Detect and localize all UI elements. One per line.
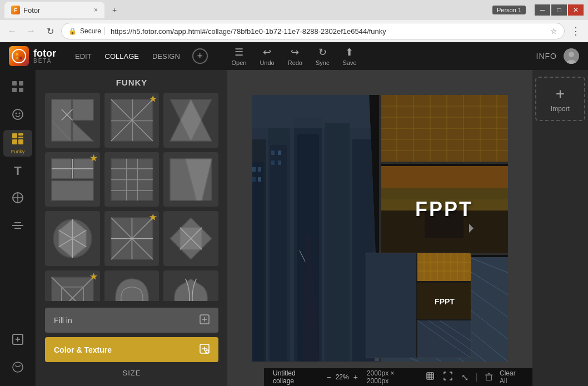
template-item-11[interactable] <box>104 270 160 301</box>
svg-rect-8 <box>12 81 17 86</box>
url-text: https://h5.fotor.com/app.html#/collage/7… <box>111 27 547 36</box>
svg-point-0 <box>12 49 26 63</box>
browser-tab[interactable]: F Fotor × <box>4 2 104 18</box>
logo-icon <box>9 46 29 66</box>
sidebar-item-background[interactable] <box>3 186 32 212</box>
canvas-scroll-right[interactable] <box>466 212 477 245</box>
svg-rect-9 <box>19 81 23 86</box>
funky-label: Funky <box>11 149 25 154</box>
bookmark-icon[interactable]: ☆ <box>550 27 557 36</box>
collage-title: Untitled collage <box>273 369 317 385</box>
sidebar-item-layers[interactable] <box>3 355 32 382</box>
new-tab-button[interactable]: + <box>107 2 122 18</box>
reload-button[interactable]: ↻ <box>42 23 58 39</box>
fill-in-icon <box>200 314 210 326</box>
nav-design[interactable]: DESIGN <box>147 49 186 64</box>
nav-collage[interactable]: COLLAGE <box>99 49 144 64</box>
template-item-5[interactable] <box>104 152 160 207</box>
back-button[interactable]: ← <box>4 23 20 39</box>
address-bar[interactable]: 🔒 Secure https://h5.fotor.com/app.html#/… <box>61 23 565 39</box>
canvas-area[interactable]: FPPT <box>228 70 532 386</box>
fit-screen-icon[interactable] <box>426 372 435 383</box>
sidebar-icons: Funky T <box>0 70 36 386</box>
redo-icon: ↪ <box>291 46 299 58</box>
logo-area: fotor BETA <box>9 46 56 66</box>
tab-bar: F Fotor × + Person 1 ─ □ ✕ <box>0 0 588 20</box>
save-icon: ⬆ <box>345 46 353 58</box>
svg-rect-87 <box>258 177 261 182</box>
svg-rect-84 <box>252 167 256 172</box>
sidebar-item-effects[interactable] <box>3 213 32 240</box>
window-controls: ─ □ ✕ <box>535 4 584 16</box>
zoom-value: 22% <box>336 373 349 381</box>
svg-rect-3 <box>16 57 18 59</box>
zoom-controls: − 22% + <box>326 373 357 382</box>
template-item-12[interactable] <box>163 270 218 301</box>
svg-rect-15 <box>12 133 17 138</box>
template-item-2[interactable] <box>104 93 160 148</box>
template-item-10[interactable] <box>45 270 100 301</box>
svg-rect-90 <box>271 161 275 165</box>
color-texture-button[interactable]: Color & Texture <box>45 337 218 362</box>
trash-icon <box>485 373 493 382</box>
open-icon: ☰ <box>235 46 243 58</box>
sticker-icon <box>12 108 24 123</box>
svg-rect-110 <box>380 95 508 162</box>
logo-beta: BETA <box>33 58 56 64</box>
import-plus-icon: + <box>556 85 565 103</box>
svg-rect-150 <box>427 373 433 379</box>
browser-menu-button[interactable]: ⋮ <box>568 23 584 39</box>
template-item-4[interactable] <box>45 152 100 207</box>
template-item-9[interactable] <box>163 211 218 266</box>
expand-icon[interactable]: ⤡ <box>461 372 469 383</box>
sidebar-item-layout[interactable] <box>3 74 32 101</box>
avatar-button[interactable] <box>564 48 579 64</box>
info-button[interactable]: INFO <box>536 52 557 61</box>
sidebar-item-sticker[interactable] <box>3 102 32 129</box>
svg-point-29 <box>13 362 23 372</box>
svg-rect-95 <box>325 123 350 362</box>
template-item-6[interactable] <box>163 152 218 207</box>
sync-action[interactable]: ↻ Sync <box>316 46 329 66</box>
maximize-button[interactable]: □ <box>551 4 567 16</box>
svg-rect-88 <box>271 151 275 155</box>
save-action[interactable]: ⬆ Save <box>342 46 356 66</box>
toolbar-right: INFO <box>536 48 579 64</box>
status-right: ⤡ | Clear All <box>461 369 524 385</box>
import-button[interactable]: + Import <box>535 77 585 121</box>
sidebar-item-text[interactable]: T <box>3 158 32 184</box>
template-item-1[interactable] <box>45 93 100 148</box>
close-button[interactable]: ✕ <box>568 4 584 16</box>
clear-all-button[interactable]: Clear All <box>500 369 524 385</box>
fullscreen-icon[interactable] <box>444 372 452 383</box>
template-item-8[interactable] <box>104 211 160 266</box>
redo-action[interactable]: ↪ Redo <box>288 46 302 66</box>
toolbar-nav: EDIT COLLAGE DESIGN + <box>69 48 208 64</box>
background-icon <box>12 192 24 207</box>
right-panel: + Import <box>532 70 588 386</box>
undo-label: Undo <box>260 59 274 66</box>
fill-in-button[interactable]: Fill in <box>45 308 218 333</box>
svg-rect-81 <box>270 145 287 362</box>
forward-button[interactable]: → <box>23 23 39 39</box>
person-badge: Person 1 <box>492 6 526 14</box>
svg-rect-1 <box>16 53 18 56</box>
zoom-out-button[interactable]: − <box>326 373 331 382</box>
sidebar-item-funky[interactable]: Funky <box>3 130 32 157</box>
template-item-7[interactable] <box>45 211 100 266</box>
tab-close-button[interactable]: × <box>94 6 98 14</box>
color-texture-icon <box>200 344 210 355</box>
sidebar-item-edit2[interactable] <box>3 327 32 354</box>
nav-edit[interactable]: EDIT <box>69 49 97 64</box>
open-action[interactable]: ☰ Open <box>231 46 246 66</box>
canvas-dimensions: 2000px × 2000px <box>367 369 417 385</box>
svg-marker-149 <box>469 224 474 233</box>
template-item-3[interactable] <box>163 93 218 148</box>
layers-icon <box>12 361 24 376</box>
secure-label: Secure <box>80 27 105 35</box>
svg-point-12 <box>13 109 23 119</box>
zoom-in-button[interactable]: + <box>353 373 358 382</box>
undo-action[interactable]: ↩ Undo <box>260 46 274 66</box>
add-button[interactable]: + <box>192 48 208 64</box>
minimize-button[interactable]: ─ <box>535 4 550 16</box>
